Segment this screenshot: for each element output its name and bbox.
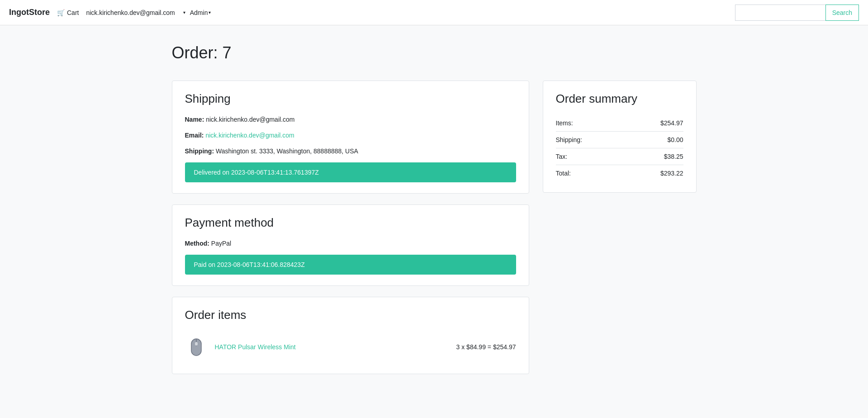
cart-link[interactable]: 🛒 Cart bbox=[57, 9, 79, 16]
payment-method-row: Method: PayPal bbox=[185, 239, 516, 248]
shipping-value: Washington st. 3333, Washington, 8888888… bbox=[216, 147, 358, 155]
cart-icon: 🛒 bbox=[57, 9, 65, 16]
admin-dropdown-caret[interactable]: ▾ bbox=[209, 10, 211, 15]
main-container: Order: 7 Shipping Name: nick.kirichenko.… bbox=[163, 25, 706, 412]
order-item: HATOR Pulsar Wireless Mint 3 x $84.99 = … bbox=[185, 331, 516, 363]
brand-logo[interactable]: IngotStore bbox=[9, 8, 50, 17]
method-value: PayPal bbox=[211, 240, 231, 247]
paid-status-bar: Paid on 2023-08-06T13:41:06.828423Z bbox=[185, 255, 516, 275]
summary-value-total: $293.22 bbox=[660, 170, 683, 177]
shipping-address-row: Shipping: Washington st. 3333, Washingto… bbox=[185, 147, 516, 156]
search-area: Search bbox=[735, 5, 859, 21]
shipping-email-row: Email: nick.kirichenko.dev@gmail.com bbox=[185, 131, 516, 140]
summary-row-items: Items: $254.97 bbox=[556, 115, 683, 132]
order-items-section: Order items HATOR Pulsar Wireless Mint 3… bbox=[172, 297, 529, 374]
summary-row-shipping: Shipping: $0.00 bbox=[556, 132, 683, 148]
summary-value-shipping: $0.00 bbox=[667, 136, 683, 143]
navbar: IngotStore 🛒 Cart nick.kirichenko.dev@gm… bbox=[0, 0, 868, 25]
user-email-nav[interactable]: nick.kirichenko.dev@gmail.com bbox=[86, 9, 175, 16]
email-dropdown-caret[interactable]: ▾ bbox=[183, 10, 185, 15]
order-summary-title: Order summary bbox=[556, 92, 683, 106]
summary-value-items: $254.97 bbox=[660, 119, 683, 127]
item-price: 3 x $84.99 = $254.97 bbox=[456, 343, 516, 351]
payment-section: Payment method Method: PayPal Paid on 20… bbox=[172, 204, 529, 286]
summary-label-total: Total: bbox=[556, 170, 571, 177]
order-items-title: Order items bbox=[185, 308, 516, 322]
summary-row-tax: Tax: $38.25 bbox=[556, 148, 683, 165]
shipping-section: Shipping Name: nick.kirichenko.dev@gmail… bbox=[172, 81, 529, 194]
summary-label-tax: Tax: bbox=[556, 153, 568, 160]
admin-menu[interactable]: Admin bbox=[190, 9, 208, 16]
item-image bbox=[185, 336, 208, 358]
name-label: Name: bbox=[185, 116, 204, 123]
order-summary-card: Order summary Items: $254.97 Shipping: $… bbox=[543, 81, 697, 193]
item-link[interactable]: HATOR Pulsar Wireless Mint bbox=[215, 343, 296, 351]
search-input[interactable] bbox=[735, 5, 825, 21]
cart-label: Cart bbox=[67, 9, 79, 16]
name-value: nick.kirichenko.dev@gmail.com bbox=[206, 116, 294, 123]
search-button[interactable]: Search bbox=[825, 5, 859, 21]
email-link[interactable]: nick.kirichenko.dev@gmail.com bbox=[205, 132, 294, 139]
summary-label-shipping: Shipping: bbox=[556, 136, 582, 143]
summary-row-total: Total: $293.22 bbox=[556, 165, 683, 181]
page-title: Order: 7 bbox=[172, 43, 697, 62]
summary-label-items: Items: bbox=[556, 119, 573, 127]
content-layout: Shipping Name: nick.kirichenko.dev@gmail… bbox=[172, 81, 697, 385]
footer: Copyright © IngotShop bbox=[0, 412, 868, 418]
svg-point-2 bbox=[195, 342, 198, 346]
shipping-label: Shipping: bbox=[185, 147, 214, 155]
shipping-title: Shipping bbox=[185, 92, 516, 106]
payment-title: Payment method bbox=[185, 216, 516, 230]
left-column: Shipping Name: nick.kirichenko.dev@gmail… bbox=[172, 81, 529, 385]
mouse-product-icon bbox=[190, 337, 203, 357]
summary-value-tax: $38.25 bbox=[664, 153, 683, 160]
delivery-status-bar: Delivered on 2023-08-06T13:41:13.761397Z bbox=[185, 162, 516, 182]
email-label: Email: bbox=[185, 132, 204, 139]
shipping-name-row: Name: nick.kirichenko.dev@gmail.com bbox=[185, 115, 516, 124]
right-column: Order summary Items: $254.97 Shipping: $… bbox=[543, 81, 697, 193]
method-label: Method: bbox=[185, 240, 209, 247]
